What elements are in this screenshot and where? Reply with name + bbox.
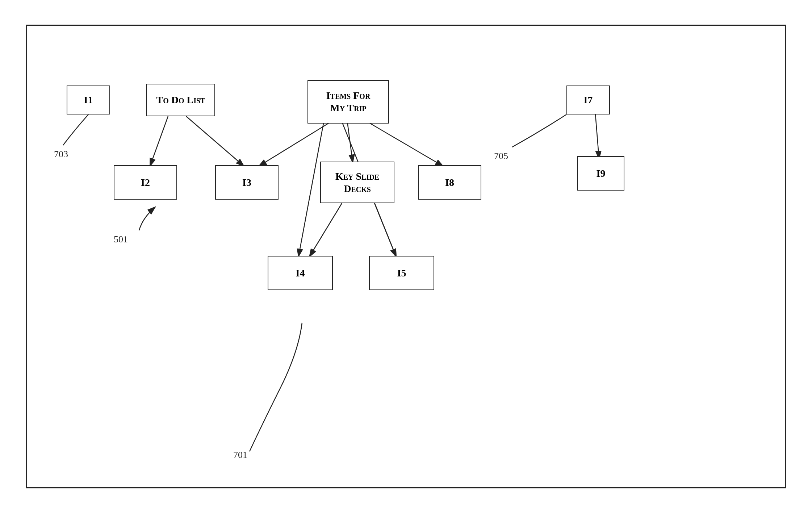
svg-line-9 (595, 114, 599, 159)
label-501: 501 (114, 234, 128, 245)
node-i9: I9 (577, 156, 624, 191)
svg-line-0 (150, 116, 168, 166)
svg-line-8 (374, 203, 396, 257)
label-705: 705 (494, 151, 508, 162)
node-i4: I4 (268, 256, 333, 290)
label-703: 703 (54, 149, 68, 160)
label-701: 701 (233, 450, 247, 460)
svg-line-1 (186, 116, 244, 166)
node-key-slide-decks: Key SlideDecks (320, 162, 394, 203)
node-i2: I2 (114, 165, 177, 200)
node-todo-list: To Do List (146, 84, 215, 116)
node-i8: I8 (418, 165, 481, 200)
svg-line-7 (309, 203, 342, 257)
node-i7: I7 (566, 86, 610, 114)
svg-line-4 (367, 122, 443, 166)
node-i5: I5 (369, 256, 434, 290)
diagram-container: I1 To Do List Items ForMy Trip I7 I2 I3 … (26, 25, 786, 488)
svg-line-3 (347, 122, 353, 163)
node-i3: I3 (215, 165, 279, 200)
node-i1: I1 (67, 86, 110, 114)
svg-line-2 (259, 122, 331, 166)
node-items-for-trip: Items ForMy Trip (307, 80, 389, 124)
